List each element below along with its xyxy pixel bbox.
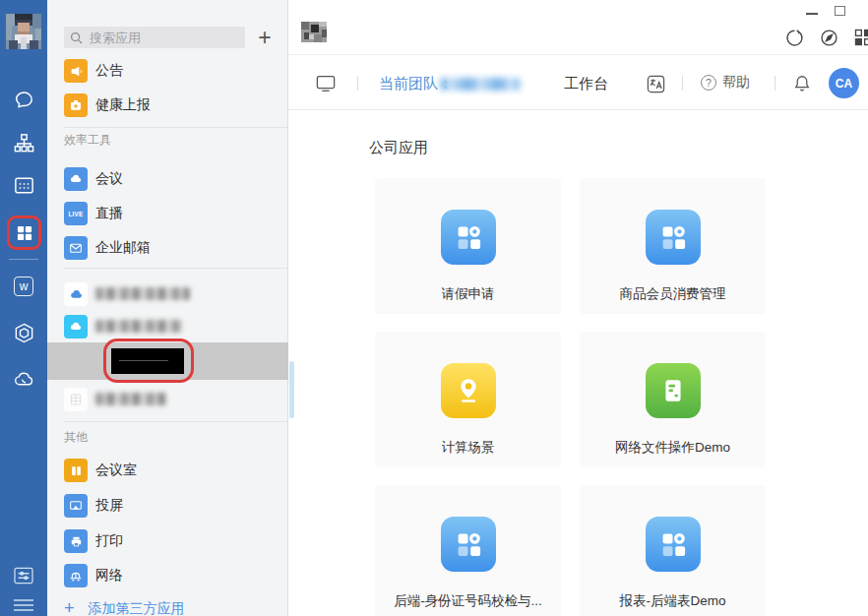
tab-workbench[interactable]: 工作台 — [564, 75, 608, 93]
app-item-label: 健康上报 — [95, 96, 151, 114]
panel-divider — [64, 268, 288, 269]
network-icon — [64, 564, 88, 587]
section-title-company-apps: 公司应用 — [369, 139, 428, 157]
layout-grid-icon[interactable] — [852, 27, 868, 48]
redacted-label — [95, 320, 182, 333]
window-minimize-button[interactable] — [806, 13, 818, 15]
window-titlebar — [288, 0, 868, 55]
app-item-label: 打印 — [95, 532, 123, 550]
app-item-health-report[interactable]: 健康上报 — [47, 90, 288, 121]
search-input[interactable] — [88, 30, 239, 46]
app-item-label: 投屏 — [95, 497, 123, 515]
app-item-label: 公告 — [95, 62, 123, 80]
app-item-redacted-3[interactable] — [47, 384, 288, 415]
miniapp-grid-icon — [646, 210, 701, 265]
section-title-tools: 效率工具 — [64, 132, 111, 149]
org-structure-icon[interactable] — [0, 132, 47, 154]
main-area: 当前团队： 工作台 ? 帮助 CA 公司应用 — [288, 0, 868, 616]
compass-icon[interactable] — [818, 27, 839, 48]
rail-divider — [9, 259, 38, 260]
doors-icon — [64, 459, 88, 482]
section-title-other: 其他 — [64, 429, 88, 446]
settings-sliders-icon[interactable] — [0, 567, 47, 585]
cloud-cyan-icon — [64, 315, 88, 339]
team-header: 当前团队： 工作台 ? 帮助 CA — [288, 55, 868, 110]
panel-divider — [64, 421, 288, 422]
miniapp-grid-icon — [441, 210, 496, 265]
apps-grid-icon[interactable] — [15, 223, 34, 243]
app-item-label: 网络 — [95, 567, 123, 585]
add-third-party-app[interactable]: + 添加第三方应用 — [64, 598, 185, 616]
document-icon — [646, 363, 701, 418]
cloud-call-icon[interactable] — [0, 368, 47, 391]
add-third-party-label: 添加第三方应用 — [89, 600, 185, 616]
user-avatar[interactable] — [6, 14, 41, 49]
app-item-meeting[interactable]: 会议 — [47, 163, 288, 195]
question-mark-icon: ? — [701, 75, 716, 91]
app-card-member-consumption[interactable]: 商品会员消费管理 — [580, 178, 766, 314]
cloud-blue-icon — [64, 282, 88, 306]
header-divider — [682, 76, 683, 91]
app-item-print[interactable]: 打印 — [47, 525, 288, 557]
live-badge-icon: LIVE — [64, 202, 88, 225]
bell-icon[interactable] — [791, 72, 813, 93]
app-card-network-file-demo[interactable]: 网络文件操作Demo — [580, 332, 766, 467]
app-item-announcement[interactable]: 公告 — [47, 55, 288, 87]
app-item-redacted-1[interactable] — [47, 278, 288, 310]
screen-cast-icon — [64, 494, 88, 518]
app-item-screen-cast[interactable]: 投屏 — [47, 490, 288, 522]
add-app-button[interactable]: + — [250, 23, 279, 52]
header-divider — [357, 76, 358, 91]
app-item-label: 会议室 — [95, 462, 137, 479]
w-glyph: w — [14, 277, 33, 296]
plus-icon: + — [64, 598, 75, 616]
sheet-icon — [64, 388, 88, 411]
search-box[interactable] — [64, 27, 245, 48]
app-card-computing-scene[interactable]: 计算场景 — [375, 332, 561, 467]
calendar-icon[interactable] — [0, 174, 47, 197]
hamburger-menu-icon[interactable] — [0, 597, 47, 613]
help-button[interactable]: ? 帮助 — [701, 74, 750, 92]
refresh-icon[interactable] — [783, 27, 805, 48]
header-divider — [775, 76, 775, 91]
redacted-label — [95, 287, 190, 300]
miniapp-grid-icon — [441, 517, 496, 572]
app-logo-redacted — [301, 22, 327, 42]
cloud-meeting-icon — [64, 167, 88, 191]
package-hexagon-icon[interactable] — [0, 322, 47, 344]
monitor-icon[interactable] — [315, 73, 337, 94]
app-item-enterprise-mail[interactable]: 企业邮箱 — [47, 232, 288, 264]
app-item-label: 直播 — [95, 205, 123, 222]
team-name-redacted[interactable] — [440, 78, 521, 91]
chat-icon[interactable] — [0, 89, 47, 111]
window-maximize-button[interactable] — [835, 6, 845, 16]
selected-app-annotation — [103, 339, 194, 383]
megaphone-icon — [64, 59, 88, 83]
location-pin-icon — [441, 363, 496, 418]
panel-divider — [64, 127, 288, 128]
search-icon — [70, 31, 83, 44]
app-item-label: 企业邮箱 — [95, 239, 151, 257]
app-item-network[interactable]: 网络 — [47, 560, 288, 591]
scrollbar-thumb[interactable] — [289, 361, 294, 418]
app-card-name: 商品会员消费管理 — [620, 285, 726, 303]
app-card-name: 后端-身份证号码校检与... — [394, 592, 542, 610]
miniapp-grid-icon — [646, 517, 701, 572]
app-card-id-verification[interactable]: 后端-身份证号码校检与... — [375, 485, 561, 616]
medkit-icon — [64, 93, 88, 117]
redacted-label — [95, 393, 166, 405]
app-card-name: 报表-后端表Demo — [619, 592, 725, 610]
app-item-live[interactable]: LIVE 直播 — [47, 198, 288, 229]
app-item-meeting-room[interactable]: 会议室 — [47, 455, 288, 486]
account-avatar[interactable]: CA — [829, 68, 859, 98]
docs-w-icon[interactable]: w — [0, 277, 47, 296]
app-item-label: 会议 — [95, 170, 123, 188]
app-card-name: 网络文件操作Demo — [615, 439, 730, 457]
app-card-backend-report-demo[interactable]: 报表-后端表Demo — [580, 485, 766, 616]
envelope-icon — [64, 236, 88, 260]
app-card-leave-request[interactable]: 请假申请 — [375, 178, 561, 314]
translate-icon[interactable] — [645, 73, 666, 94]
left-nav-rail: w — [0, 0, 47, 616]
apps-grid-annotation — [7, 216, 41, 250]
help-label: 帮助 — [722, 74, 750, 92]
